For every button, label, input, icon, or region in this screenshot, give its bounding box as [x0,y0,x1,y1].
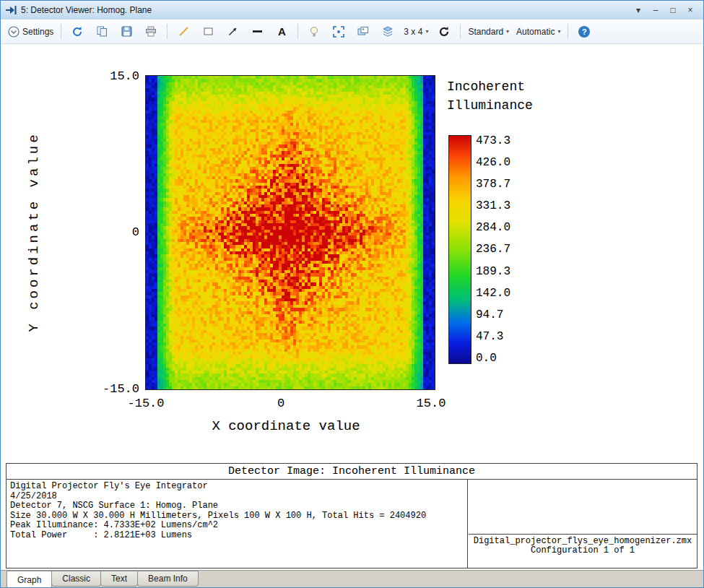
detector-viewer-window: 5: Detector Viewer: Homog. Plane ▾ – □ ×… [0,0,704,588]
toolbar-separator [61,24,61,39]
report-file-box: Digital_projector_flys_eye_homogenizer.z… [469,480,697,568]
lens-file-name: Digital_projector_flys_eye_homogenizer.z… [469,536,697,546]
x-tick-min: -15.0 [127,397,164,410]
colorbar-tick: 189.3 [476,266,526,277]
invert-brightness-button[interactable] [303,22,326,40]
settings-label: Settings [22,27,53,37]
y-tick-mid: 0 [93,225,139,239]
y-tick-min: -15.0 [93,382,139,396]
tab-label: Text [111,574,127,584]
aspect-ratio-dropdown[interactable]: 3 x 4 ▾ [401,22,431,40]
colorbar-tick: 47.3 [476,331,526,342]
colorbar-gradient [448,135,471,364]
refresh-icon [71,26,83,38]
report-text: Digital Projector Fly's Eye Integrator 4… [6,480,468,568]
detector-heatmap[interactable] [145,75,435,390]
report-line: Size 30.000 W X 30.000 H Millimeters, Pi… [10,511,464,522]
colorbar-title: Incoherent Illuminance [447,77,533,115]
tab-label: Beam Info [148,574,188,584]
toolbar-separator [297,24,298,39]
horizontal-line-annotation-button[interactable] [245,22,269,40]
rectangle-tool-icon [203,26,214,37]
colorbar-tick: 236.7 [476,243,526,255]
save-button[interactable] [115,22,138,40]
line-annotation-button[interactable] [172,22,195,40]
tab-strip: Graph Classic Text Beam Info [1,570,703,587]
close-button[interactable]: × [682,1,699,19]
y-axis-label: Y coordinate value [26,131,42,332]
color-mode-label: Automatic [516,27,555,37]
fit-to-window-button[interactable] [327,22,350,40]
colorbar-tick: 0.0 [476,353,526,364]
arrow-annotation-button[interactable] [221,22,244,40]
help-button[interactable]: ? [573,22,596,40]
colorbar-tick: 142.0 [476,287,526,299]
toolbar-separator [568,24,568,39]
arrow-tool-icon [227,26,238,37]
window-title: 5: Detector Viewer: Homog. Plane [21,5,152,15]
toolbar-separator [167,24,168,39]
copy-button[interactable] [90,22,113,40]
text-annotation-button[interactable]: A [270,22,293,40]
copy-icon [97,26,108,37]
report-line: Detector 7, NSCG Surface 1: Homog. Plane [10,501,464,511]
chevron-down-icon: ▾ [425,28,428,35]
scale-mode-dropdown[interactable]: Standard ▾ [465,22,512,40]
chevron-down-icon: ▾ [506,28,509,35]
report-panel: Detector Image: Incoherent Illuminance D… [6,463,698,568]
tab-graph[interactable]: Graph [6,571,52,588]
window-controls: ▾ – □ × [630,1,699,19]
aspect-ratio-label: 3 x 4 [404,27,422,37]
help-icon: ? [578,26,590,38]
line-tool-icon [178,26,189,37]
detector-image-button[interactable] [352,22,375,40]
save-icon [121,26,132,37]
tab-label: Classic [62,574,90,584]
tab-classic[interactable]: Classic [51,571,101,587]
toolbar: Settings [1,20,703,44]
tab-text[interactable]: Text [100,571,138,587]
layers-button[interactable] [376,22,399,40]
file-box-divider [469,534,697,535]
y-tick-max: 15.0 [93,69,139,83]
color-mode-dropdown[interactable]: Automatic ▾ [513,22,563,40]
x-tick-max: 15.0 [417,397,446,410]
configuration-label: Configuration 1 of 1 [469,545,697,555]
tab-beam-info[interactable]: Beam Info [137,571,199,587]
report-line: Total Power : 2.8121E+03 Lumens [10,531,464,541]
print-icon [145,26,157,37]
tab-label: Graph [17,575,41,585]
colorbar-title-line1: Incoherent [447,77,533,96]
colorbar-tick: 378.7 [476,178,526,190]
colorbar-labels: 473.3 426.0 378.7 331.3 284.0 236.7 189.… [476,135,526,364]
colorbar-title-line2: Illuminance [447,96,533,115]
rotate-icon [438,26,450,38]
settings-dropdown[interactable]: Settings [5,22,56,40]
rectangle-annotation-button[interactable] [196,22,220,40]
colorbar-tick: 94.7 [476,309,526,321]
colorbar-tick: 331.3 [476,200,526,212]
minimize-button[interactable]: – [647,1,664,19]
horizontal-line-tool-icon [252,26,263,37]
colorbar-tick: 426.0 [476,157,526,168]
restore-button[interactable]: □ [664,1,682,19]
rotate-button[interactable] [433,22,456,40]
print-button[interactable] [139,22,162,40]
titlebar[interactable]: 5: Detector Viewer: Homog. Plane ▾ – □ × [1,1,703,20]
images-icon [357,26,369,37]
colorbar-tick: 284.0 [476,222,526,233]
toolbar-separator [460,24,461,39]
refresh-button[interactable] [66,22,89,40]
chevron-circle-icon [8,26,19,38]
chevron-down-icon: ▾ [557,28,560,35]
report-line: Digital Projector Fly's Eye Integrator [10,482,464,492]
colorbar-tick: 473.3 [476,135,526,147]
lightbulb-icon [309,26,319,38]
report-title: Detector Image: Incoherent Illuminance [6,464,697,480]
x-tick-mid: 0 [277,397,284,410]
window-icon [5,5,17,15]
layers-icon [382,26,394,38]
scale-mode-label: Standard [468,27,503,37]
report-body: Digital Projector Fly's Eye Integrator 4… [6,480,697,568]
window-menu-button[interactable]: ▾ [630,1,647,19]
